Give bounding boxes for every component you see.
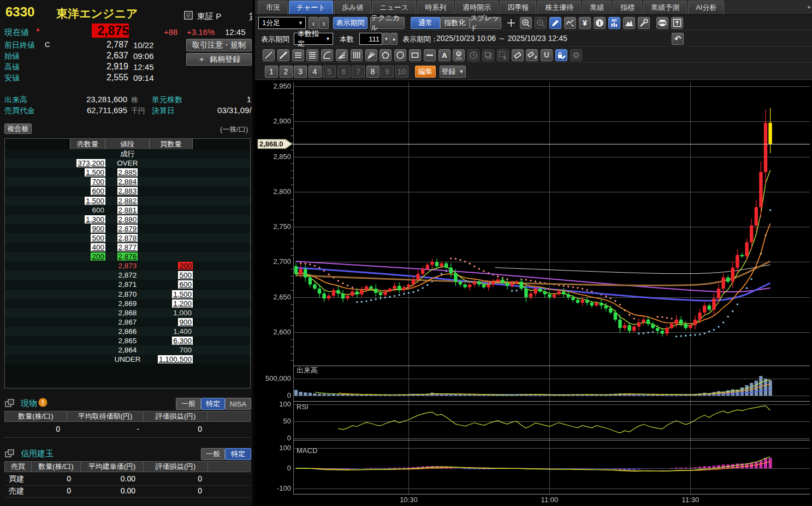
pitchfork-icon[interactable] xyxy=(365,49,377,61)
price-cell[interactable]: 成行 xyxy=(105,149,150,158)
ruler-line-icon[interactable] xyxy=(277,49,289,61)
magnet-icon[interactable] xyxy=(541,49,553,61)
hand-select-icon[interactable] xyxy=(497,49,509,61)
spin-down-button[interactable]: ▼ xyxy=(383,33,390,45)
price-cell[interactable]: 2,885 xyxy=(105,168,150,177)
layout-9-button[interactable]: 9 xyxy=(381,66,394,78)
tab-業績[interactable]: 業績 xyxy=(582,1,612,14)
tab-ニュース[interactable]: ニュース xyxy=(372,1,416,14)
buy-qty-cell[interactable] xyxy=(150,224,193,233)
trend-cursor-icon[interactable] xyxy=(564,17,576,29)
layout-10-button[interactable]: 10 xyxy=(395,66,408,78)
tab-時系列[interactable]: 時系列 xyxy=(417,1,454,14)
tab-scroll-icon[interactable]: ▸ xyxy=(808,3,811,10)
buy-qty-cell[interactable] xyxy=(150,149,193,158)
section-tab-一般[interactable]: 一般 xyxy=(176,398,201,410)
layout-8-button[interactable]: 8 xyxy=(366,66,380,78)
my-indicator-icon[interactable]: MY xyxy=(608,17,620,29)
tab-歩み値[interactable]: 歩み値 xyxy=(334,1,371,14)
buy-qty-cell[interactable]: 1,400 xyxy=(150,327,193,336)
layout-5-button[interactable]: 5 xyxy=(323,66,336,78)
lock-pencil-icon[interactable] xyxy=(555,49,567,61)
stock-chart-canvas[interactable] xyxy=(255,80,812,506)
sell-qty-cell[interactable]: 200 xyxy=(70,252,105,261)
price-cell[interactable]: 2,867 xyxy=(105,317,150,327)
buy-qty-cell[interactable]: 600 xyxy=(150,280,193,289)
price-cell[interactable]: 2,880 xyxy=(105,215,150,224)
sell-qty-cell[interactable]: 1,500 xyxy=(70,168,105,177)
buy-qty-cell[interactable]: 500 xyxy=(150,270,193,280)
price-cell[interactable]: 2,877 xyxy=(105,243,150,252)
price-cell[interactable]: 2,883 xyxy=(105,186,150,196)
sell-qty-cell[interactable] xyxy=(70,336,105,345)
stamp-icon[interactable]: ICON xyxy=(453,49,465,61)
ellipse-icon[interactable] xyxy=(394,49,406,61)
buy-qty-cell[interactable]: 900 xyxy=(150,317,193,327)
sell-qty-cell[interactable]: 373,200 xyxy=(70,158,105,168)
section-tab-NISA[interactable]: NISA xyxy=(225,398,251,410)
eraser-icon[interactable] xyxy=(512,49,524,61)
count-input[interactable]: 111 xyxy=(359,33,382,45)
crosshair-plus-icon[interactable] xyxy=(505,17,517,29)
trend-line-icon[interactable] xyxy=(263,49,275,61)
sell-qty-cell[interactable]: 600 xyxy=(70,205,105,215)
time-cycle-icon[interactable] xyxy=(467,49,479,61)
price-cell[interactable]: 2,878 xyxy=(105,233,150,243)
layout-7-button[interactable]: 7 xyxy=(352,66,365,78)
buy-qty-cell[interactable] xyxy=(150,215,193,224)
sell-qty-cell[interactable] xyxy=(70,261,105,270)
add-watchlist-button[interactable]: ＋ 銘柄登録 xyxy=(186,53,252,66)
normal-mode-button[interactable]: 通常 xyxy=(411,17,440,29)
price-cell[interactable]: UNDER xyxy=(105,355,150,364)
yen-icon[interactable]: ¥ xyxy=(579,17,591,29)
h-lines-3-icon[interactable] xyxy=(292,49,304,61)
pentagon-icon[interactable] xyxy=(380,49,392,61)
tab-株主優待[interactable]: 株主優待 xyxy=(537,1,581,14)
buy-qty-cell[interactable] xyxy=(150,158,193,168)
buy-qty-cell[interactable] xyxy=(150,233,193,243)
section-tab-一般[interactable]: 一般 xyxy=(201,448,225,460)
layout-4-button[interactable]: 4 xyxy=(309,66,322,78)
layout-1-button[interactable]: 1 xyxy=(265,66,278,78)
wrench-icon[interactable] xyxy=(638,17,650,29)
edit-button[interactable]: 編集 xyxy=(415,66,436,78)
price-cell[interactable]: 2,866 xyxy=(105,327,150,336)
price-cell[interactable]: 2,872 xyxy=(105,270,150,280)
trade-caution-button[interactable]: 取引注意・規制 xyxy=(186,39,252,51)
sell-qty-cell[interactable] xyxy=(70,345,105,355)
export-window-icon[interactable] xyxy=(671,17,683,29)
price-cell[interactable]: 2,873 xyxy=(105,261,150,270)
technical-button[interactable]: テクニカル xyxy=(370,17,405,29)
sell-qty-cell[interactable] xyxy=(70,308,105,317)
price-cell[interactable]: 2,865 xyxy=(105,336,150,345)
sell-qty-cell[interactable]: 900 xyxy=(70,224,105,233)
sell-qty-cell[interactable]: 1,300 xyxy=(70,215,105,224)
text-a-icon[interactable]: A xyxy=(438,49,451,61)
fibonacci-arc-icon[interactable] xyxy=(321,49,333,61)
buy-qty-cell[interactable] xyxy=(150,252,193,261)
price-cell[interactable]: 2,869 xyxy=(105,299,150,308)
mountain-chart-icon[interactable] xyxy=(623,17,635,29)
price-cell[interactable]: OVER xyxy=(105,158,150,168)
fan-lines-icon[interactable] xyxy=(336,49,348,61)
sell-qty-cell[interactable]: 600 xyxy=(70,186,105,196)
price-cell[interactable]: 2,864 xyxy=(105,345,150,355)
rectangle-icon[interactable] xyxy=(409,49,421,61)
count-mode-select[interactable]: 本数指定▼ xyxy=(294,33,333,45)
index-mode-button[interactable]: 指数化 xyxy=(440,17,470,29)
spin-up-button[interactable]: ▲ xyxy=(390,33,398,45)
buy-qty-cell[interactable] xyxy=(150,186,193,196)
reset-range-icon[interactable]: ↶ xyxy=(672,33,684,45)
info-icon[interactable]: i xyxy=(594,17,606,29)
section-tab-特定[interactable]: 特定 xyxy=(201,398,225,410)
price-cell[interactable]: 2,881 xyxy=(105,205,150,215)
buy-qty-cell[interactable]: 1,100,500 xyxy=(150,355,193,364)
price-cell[interactable]: 2,871 xyxy=(105,280,150,289)
price-cell[interactable]: 2,882 xyxy=(105,196,150,205)
h-lines-4-icon[interactable] xyxy=(306,49,318,61)
price-cell[interactable]: 2,876 xyxy=(105,252,150,261)
popout-icon[interactable] xyxy=(4,398,15,408)
copy-icon[interactable] xyxy=(482,49,494,61)
zoom-in-icon[interactable] xyxy=(520,17,532,29)
tab-市況[interactable]: 市況 xyxy=(258,1,288,14)
